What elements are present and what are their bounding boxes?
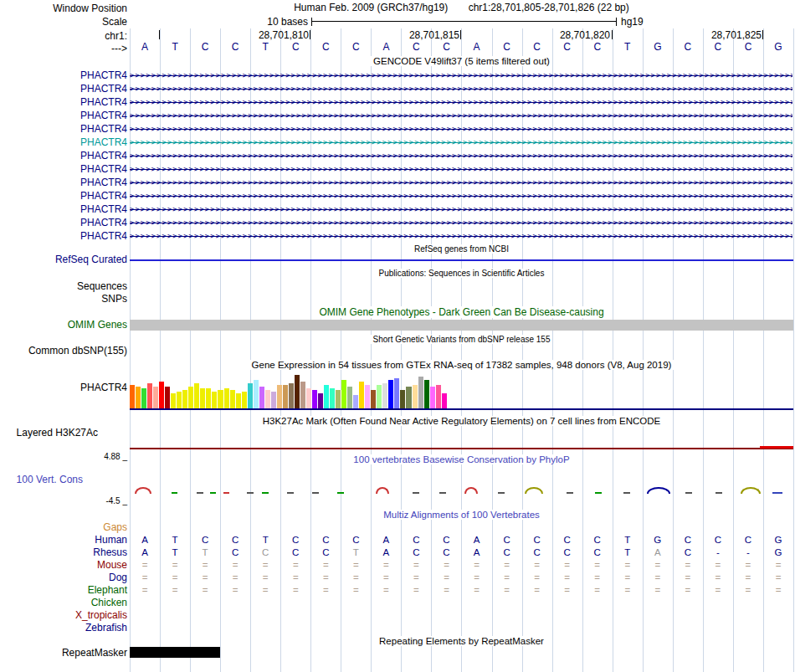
gtex-tissue-bar[interactable] [359, 382, 365, 408]
gencode-transcript-label[interactable]: PHACTR4 [80, 149, 127, 162]
gtex-tissue-bar[interactable] [206, 388, 212, 408]
multiz-track-title[interactable]: Multiz Alignments of 100 Vertebrates [130, 509, 793, 521]
publications-track-title[interactable]: Publications: Sequences in Scientific Ar… [130, 268, 793, 280]
gtex-tissue-bar[interactable] [330, 388, 336, 408]
gtex-track-title[interactable]: Gene Expression in 54 tissues from GTEx … [130, 359, 793, 371]
common-dbsnp-label[interactable]: Common dbSNP(155) [28, 345, 127, 357]
species-label[interactable]: Zebrafish [85, 622, 127, 634]
transcript-arrow-line[interactable]: >>>>>>>>>>>>>>>>>>>>>>>>>>>>>>>>>>>>>>>>… [130, 136, 792, 149]
gtex-tissue-bar[interactable] [324, 385, 330, 408]
gtex-tissue-bar[interactable] [265, 390, 271, 408]
omim-gene-item[interactable] [130, 320, 793, 331]
transcript-arrow-line[interactable]: >>>>>>>>>>>>>>>>>>>>>>>>>>>>>>>>>>>>>>>>… [130, 176, 792, 189]
gtex-tissue-bar[interactable] [188, 387, 194, 408]
gtex-tissue-bar[interactable] [136, 387, 141, 408]
gtex-tissue-bar[interactable] [353, 395, 359, 408]
gtex-tissue-bar[interactable] [236, 393, 242, 408]
gtex-tissue-bar[interactable] [259, 387, 265, 408]
gtex-tissue-bar[interactable] [171, 393, 177, 408]
gtex-tissue-bar[interactable] [418, 377, 424, 408]
refseq-track-title[interactable]: RefSeq genes from NCBI [130, 244, 793, 255]
gtex-tissue-bar[interactable] [413, 385, 418, 408]
gtex-tissue-bar[interactable] [295, 375, 300, 408]
transcript-arrow-line[interactable]: >>>>>>>>>>>>>>>>>>>>>>>>>>>>>>>>>>>>>>>>… [130, 162, 792, 176]
transcript-arrow-line[interactable]: >>>>>>>>>>>>>>>>>>>>>>>>>>>>>>>>>>>>>>>>… [130, 149, 792, 162]
species-label[interactable]: Chicken [91, 597, 127, 609]
gtex-tissue-bar[interactable] [406, 387, 412, 408]
gtex-tissue-bar[interactable] [212, 392, 218, 408]
gtex-tissue-bar[interactable] [130, 385, 136, 408]
gtex-tissue-bar[interactable] [382, 383, 388, 408]
gtex-tissue-bar[interactable] [277, 385, 283, 408]
repeatmasker-label[interactable]: RepeatMasker [62, 647, 127, 659]
gtex-tissue-bar[interactable] [306, 388, 312, 408]
gtex-tissue-bar[interactable] [400, 390, 406, 408]
gtex-tissue-bar[interactable] [289, 383, 295, 408]
gtex-tissue-bar[interactable] [371, 390, 377, 408]
transcript-arrow-line[interactable]: >>>>>>>>>>>>>>>>>>>>>>>>>>>>>>>>>>>>>>>>… [130, 216, 792, 229]
transcript-arrow-line[interactable]: >>>>>>>>>>>>>>>>>>>>>>>>>>>>>>>>>>>>>>>>… [130, 95, 792, 109]
gtex-tissue-bar[interactable] [248, 383, 254, 408]
gtex-tissue-bar[interactable] [365, 385, 371, 408]
gtex-tissue-bar[interactable] [377, 385, 382, 408]
sequences-track-label[interactable]: Sequences [77, 280, 127, 292]
gtex-expression-bars[interactable] [130, 373, 448, 408]
omim-genes-label[interactable]: OMIM Genes [68, 319, 127, 331]
refseq-curated-label[interactable]: RefSeq Curated [55, 254, 127, 265]
species-label[interactable]: X_tropicalis [75, 609, 127, 622]
gtex-tissue-bar[interactable] [424, 380, 430, 408]
species-label[interactable]: Elephant [88, 584, 127, 597]
gencode-transcript-label[interactable]: PHACTR4 [80, 189, 127, 203]
gtex-tissue-bar[interactable] [242, 392, 248, 408]
refseq-curated-item[interactable] [130, 259, 793, 261]
gtex-tissue-bar[interactable] [312, 390, 318, 408]
gtex-tissue-bar[interactable] [442, 393, 448, 408]
gencode-track-title[interactable]: GENCODE V49lift37 (5 items filtered out) [130, 55, 793, 67]
snps-track-label[interactable]: SNPs [101, 293, 127, 305]
gtex-tissue-bar[interactable] [347, 387, 353, 408]
gtex-tissue-bar[interactable] [300, 382, 306, 408]
gencode-transcript-label[interactable]: PHACTR4 [80, 82, 127, 95]
gtex-tissue-bar[interactable] [336, 390, 341, 408]
transcript-arrow-line[interactable]: >>>>>>>>>>>>>>>>>>>>>>>>>>>>>>>>>>>>>>>>… [130, 189, 792, 203]
gtex-tissue-bar[interactable] [430, 387, 436, 408]
gencode-transcript-label[interactable]: PHACTR4 [80, 69, 127, 82]
gencode-transcript-label[interactable]: PHACTR4 [80, 122, 127, 136]
gtex-tissue-bar[interactable] [200, 388, 206, 408]
transcript-arrow-line[interactable]: >>>>>>>>>>>>>>>>>>>>>>>>>>>>>>>>>>>>>>>>… [130, 122, 792, 136]
gtex-tissue-bar[interactable] [254, 380, 259, 408]
transcript-arrow-line[interactable]: >>>>>>>>>>>>>>>>>>>>>>>>>>>>>>>>>>>>>>>>… [130, 109, 792, 122]
gtex-tissue-bar[interactable] [218, 390, 223, 408]
gtex-tissue-bar[interactable] [394, 378, 400, 408]
gencode-transcript-label[interactable]: PHACTR4 [80, 109, 127, 122]
transcript-arrow-line[interactable]: >>>>>>>>>>>>>>>>>>>>>>>>>>>>>>>>>>>>>>>>… [130, 69, 792, 82]
gtex-tissue-bar[interactable] [341, 380, 347, 408]
transcript-arrow-line[interactable]: >>>>>>>>>>>>>>>>>>>>>>>>>>>>>>>>>>>>>>>>… [130, 229, 792, 243]
gtex-tissue-bar[interactable] [318, 393, 324, 408]
gencode-transcript-label[interactable]: PHACTR4 [80, 136, 127, 149]
transcript-arrow-line[interactable]: >>>>>>>>>>>>>>>>>>>>>>>>>>>>>>>>>>>>>>>>… [130, 203, 792, 216]
gtex-tissue-bar[interactable] [182, 390, 188, 408]
gencode-transcript-label[interactable]: PHACTR4 [80, 176, 127, 189]
gtex-gene-label[interactable]: PHACTR4 [80, 382, 127, 393]
gtex-tissue-bar[interactable] [436, 385, 442, 408]
transcript-arrow-line[interactable]: >>>>>>>>>>>>>>>>>>>>>>>>>>>>>>>>>>>>>>>>… [130, 82, 792, 95]
species-label[interactable]: Rhesus [93, 546, 127, 559]
species-label[interactable]: Human [95, 534, 127, 546]
species-label[interactable]: Mouse [97, 559, 127, 572]
gtex-tissue-bar[interactable] [177, 392, 182, 408]
gtex-tissue-bar[interactable] [165, 387, 171, 408]
repeatmasker-element[interactable] [130, 647, 220, 658]
gtex-tissue-bar[interactable] [141, 388, 147, 408]
layered-h3k27ac-label[interactable]: Layered H3K27Ac [17, 427, 98, 439]
gtex-tissue-bar[interactable] [230, 390, 236, 408]
vert-cons-label[interactable]: 100 Vert. Cons [17, 474, 83, 485]
gtex-tissue-bar[interactable] [153, 387, 159, 408]
phylop-conservation-wiggle[interactable] [130, 475, 793, 500]
gencode-transcript-label[interactable]: PHACTR4 [80, 229, 127, 243]
gtex-tissue-bar[interactable] [388, 380, 394, 408]
gencode-transcript-label[interactable]: PHACTR4 [80, 95, 127, 109]
gtex-tissue-bar[interactable] [147, 383, 153, 408]
h3k27ac-signal-line[interactable] [130, 448, 793, 449]
omim-track-title[interactable]: OMIM Gene Phenotypes - Dark Green Can Be… [130, 306, 793, 318]
